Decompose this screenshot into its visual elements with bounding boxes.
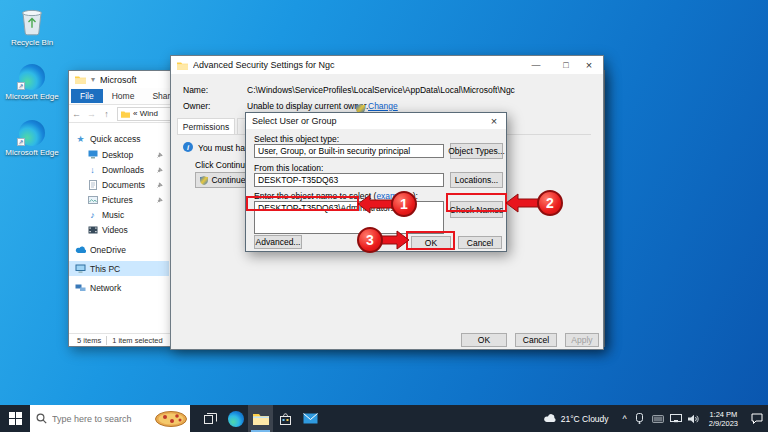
- sidebar-item-videos[interactable]: Videos: [69, 222, 169, 237]
- tray-keyboard-icon[interactable]: [651, 415, 665, 423]
- advanced-button[interactable]: Advanced...: [254, 235, 302, 249]
- continue-button[interactable]: Continue: [195, 172, 251, 188]
- back-icon[interactable]: ←: [69, 109, 84, 119]
- taskbar-edge-button[interactable]: [223, 405, 248, 432]
- address-text: « Wind: [133, 109, 158, 118]
- sidebar-label: OneDrive: [90, 245, 126, 255]
- document-icon: [87, 180, 98, 190]
- dialog-title: Advanced Security Settings for Ngc: [193, 60, 335, 70]
- action-center-icon: [751, 413, 763, 424]
- tab-home[interactable]: Home: [103, 89, 144, 103]
- pictures-icon: [87, 196, 98, 204]
- star-icon: ★: [75, 134, 86, 144]
- pin-icon: [157, 195, 163, 205]
- object-types-button[interactable]: Object Types...: [450, 143, 503, 159]
- location-label: From this location:: [254, 163, 323, 173]
- name-label: Name:: [183, 85, 208, 95]
- sidebar-item-desktop[interactable]: Desktop: [69, 147, 169, 162]
- task-view-icon: [204, 413, 217, 424]
- sidebar-label: Network: [90, 283, 121, 293]
- desktop-icon-edge-1[interactable]: ↗ Microsoft Edge: [4, 60, 60, 101]
- taskbar-mail-button[interactable]: [298, 405, 323, 432]
- pin-icon: [157, 180, 163, 190]
- owner-label: Owner:: [183, 101, 210, 111]
- annotation-step-3: 3: [357, 227, 383, 253]
- sidebar-item-quick-access[interactable]: ★ Quick access: [69, 131, 169, 146]
- taskbar-clock[interactable]: 1:24 PM 2/9/2023: [709, 410, 738, 428]
- tray-network-icon[interactable]: [669, 414, 683, 423]
- tab-file[interactable]: File: [71, 89, 103, 103]
- onedrive-cloud-icon: [75, 246, 86, 254]
- sidebar-item-onedrive[interactable]: OneDrive: [69, 242, 169, 257]
- sidebar-item-network[interactable]: Network: [69, 280, 169, 295]
- taskbar-search[interactable]: [30, 405, 190, 432]
- search-input[interactable]: [52, 414, 144, 424]
- divider: [106, 336, 107, 345]
- minimize-button[interactable]: —: [523, 56, 549, 73]
- taskbar-store-button[interactable]: [273, 405, 298, 432]
- sidebar-label: Pictures: [102, 195, 133, 205]
- music-icon: ♪: [87, 210, 98, 220]
- taskbar: 21°C Cloudy ^ 1:24 PM 2/9/2023: [0, 405, 768, 432]
- shortcut-arrow-icon: ↗: [17, 82, 25, 90]
- dialog-title: Select User or Group: [252, 116, 337, 126]
- desktop: Recycle Bin ↗ Microsoft Edge ↗ Microsoft…: [0, 0, 768, 432]
- weather-widget[interactable]: 21°C Cloudy: [543, 414, 609, 424]
- sidebar-item-music[interactable]: ♪ Music: [69, 207, 169, 222]
- up-icon[interactable]: ↑: [99, 109, 114, 119]
- file-explorer-icon: [253, 412, 269, 425]
- security-ok-button[interactable]: OK: [461, 333, 507, 347]
- forward-icon[interactable]: →: [84, 109, 99, 119]
- tray-security-icon[interactable]: [633, 413, 647, 424]
- selected-count: 1 item selected: [112, 336, 162, 345]
- sidebar-item-downloads[interactable]: ↓ Downloads: [69, 162, 169, 177]
- annotation-box-ok: [406, 231, 455, 250]
- location-field: DESKTOP-T35DQ63: [254, 173, 444, 187]
- cloud-icon: [543, 414, 557, 423]
- locations-button[interactable]: Locations...: [450, 172, 503, 188]
- clock-date: 2/9/2023: [709, 419, 738, 428]
- task-view-button[interactable]: [198, 405, 223, 432]
- shortcut-arrow-icon: ↗: [17, 138, 25, 146]
- desktop-icon-recycle-bin[interactable]: Recycle Bin: [4, 6, 60, 47]
- object-type-field: User, Group, or Built-in security princi…: [254, 144, 444, 158]
- security-cancel-button[interactable]: Cancel: [515, 333, 557, 347]
- system-tray: 21°C Cloudy ^ 1:24 PM 2/9/2023: [543, 405, 768, 432]
- sidebar-label: Downloads: [102, 165, 144, 175]
- mail-icon: [303, 413, 318, 424]
- tab-permissions[interactable]: Permissions: [177, 118, 235, 135]
- show-hidden-icons[interactable]: ^: [623, 414, 627, 424]
- info-icon: i: [183, 142, 193, 152]
- download-icon: ↓: [87, 165, 98, 175]
- sidebar-item-this-pc[interactable]: This PC: [69, 261, 169, 276]
- sidebar-item-pictures[interactable]: Pictures: [69, 192, 169, 207]
- recycle-bin-icon: [4, 6, 60, 36]
- taskbar-explorer-button[interactable]: [248, 405, 273, 432]
- desktop-icon-edge-2[interactable]: ↗ Microsoft Edge: [4, 116, 60, 157]
- security-apply-button[interactable]: Apply: [565, 333, 599, 347]
- select-cancel-button[interactable]: Cancel: [458, 236, 502, 249]
- annotation-arrow-left-1: [358, 194, 392, 214]
- close-icon[interactable]: ×: [482, 113, 506, 129]
- pin-icon: [157, 150, 163, 160]
- change-owner-link[interactable]: Change: [368, 101, 398, 111]
- sidebar-label: Documents: [102, 180, 145, 190]
- sidebar-label: Desktop: [102, 150, 133, 160]
- owner-value: Unable to display current owner.: [247, 101, 368, 111]
- close-button[interactable]: ×: [576, 56, 602, 73]
- action-center-button[interactable]: [746, 413, 768, 424]
- annotation-arrow-left-2: [506, 193, 540, 213]
- object-type-label: Select this object type:: [254, 134, 339, 144]
- sidebar-label: Videos: [102, 225, 128, 235]
- videos-icon: [87, 226, 98, 234]
- annotation-step-1: 1: [391, 191, 417, 217]
- select-dialog-titlebar[interactable]: Select User or Group: [246, 113, 506, 129]
- start-button[interactable]: [0, 405, 30, 432]
- explorer-title: Microsoft: [100, 75, 137, 85]
- sidebar-item-documents[interactable]: Documents: [69, 177, 169, 192]
- search-icon: [36, 413, 47, 424]
- this-pc-icon: [75, 264, 86, 273]
- explorer-sidebar: ★ Quick access Desktop ↓ Downloads Docum…: [69, 123, 169, 333]
- tray-volume-icon[interactable]: [687, 414, 701, 424]
- qat-dropdown-icon[interactable]: ▾: [91, 75, 95, 84]
